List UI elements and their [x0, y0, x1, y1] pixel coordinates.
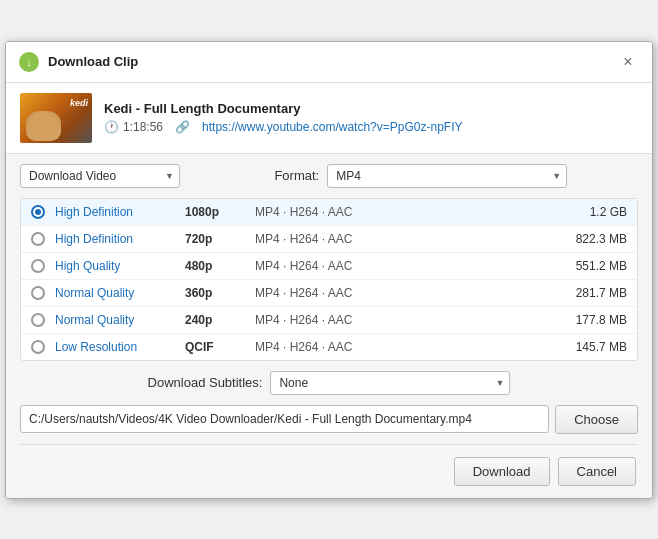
quality-row[interactable]: Normal Quality 360p MP4 · H264 · AAC 281…: [21, 280, 637, 307]
dialog-window: ↓ Download Clip × kedi Kedi - Full Lengt…: [5, 41, 653, 499]
quality-resolution: 360p: [185, 286, 245, 300]
radio-button: [31, 259, 45, 273]
format-label: Format:: [274, 168, 319, 183]
quality-resolution: QCIF: [185, 340, 245, 354]
quality-row[interactable]: Low Resolution QCIF MP4 · H264 · AAC 145…: [21, 334, 637, 360]
filepath-row: Choose: [20, 405, 638, 434]
quality-name: High Definition: [55, 205, 175, 219]
link-icon: 🔗: [175, 120, 190, 134]
action-row: Download Cancel: [20, 453, 638, 488]
cancel-button[interactable]: Cancel: [558, 457, 636, 486]
quality-name: Low Resolution: [55, 340, 175, 354]
video-info-panel: kedi Kedi - Full Length Documentary 🕐 1:…: [6, 83, 652, 154]
svg-text:↓: ↓: [26, 56, 32, 68]
quality-name: Normal Quality: [55, 313, 175, 327]
quality-name: Normal Quality: [55, 286, 175, 300]
video-title: Kedi - Full Length Documentary: [104, 101, 463, 116]
format-select[interactable]: MP4 MKV AVI MOV: [327, 164, 567, 188]
quality-row[interactable]: High Definition 720p MP4 · H264 · AAC 82…: [21, 226, 637, 253]
video-details: 🕐 1:18:56 🔗 https://www.youtube.com/watc…: [104, 120, 463, 134]
close-button[interactable]: ×: [616, 50, 640, 74]
format-container: Format: MP4 MKV AVI MOV: [274, 164, 638, 188]
quality-list: High Definition 1080p MP4 · H264 · AAC 1…: [20, 198, 638, 361]
filepath-input[interactable]: [20, 405, 549, 433]
subtitles-wrapper: None English Spanish French: [270, 371, 510, 395]
quality-codec: MP4 · H264 · AAC: [255, 232, 547, 246]
video-meta: Kedi - Full Length Documentary 🕐 1:18:56…: [104, 101, 463, 134]
quality-resolution: 240p: [185, 313, 245, 327]
clock-icon: 🕐: [104, 120, 119, 134]
radio-button: [31, 313, 45, 327]
download-type-wrapper: Download Video Download Audio Download S…: [20, 164, 180, 188]
quality-codec: MP4 · H264 · AAC: [255, 205, 547, 219]
download-type-container: Download Video Download Audio Download S…: [20, 164, 262, 188]
quality-row[interactable]: High Quality 480p MP4 · H264 · AAC 551.2…: [21, 253, 637, 280]
quality-name: High Definition: [55, 232, 175, 246]
quality-row[interactable]: Normal Quality 240p MP4 · H264 · AAC 177…: [21, 307, 637, 334]
quality-resolution: 480p: [185, 259, 245, 273]
video-url-link[interactable]: https://www.youtube.com/watch?v=PpG0z-np…: [202, 120, 462, 134]
quality-size: 1.2 GB: [557, 205, 627, 219]
controls-area: Download Video Download Audio Download S…: [6, 154, 652, 498]
subtitles-row: Download Subtitles: None English Spanish…: [20, 371, 638, 395]
divider: [20, 444, 638, 445]
radio-button: [31, 232, 45, 246]
quality-codec: MP4 · H264 · AAC: [255, 340, 547, 354]
subtitles-select[interactable]: None English Spanish French: [270, 371, 510, 395]
quality-codec: MP4 · H264 · AAC: [255, 286, 547, 300]
title-bar-left: ↓ Download Clip: [18, 51, 138, 73]
quality-name: High Quality: [55, 259, 175, 273]
radio-button: [31, 340, 45, 354]
video-thumbnail: kedi: [20, 93, 92, 143]
window-title: Download Clip: [48, 54, 138, 69]
quality-size: 145.7 MB: [557, 340, 627, 354]
quality-codec: MP4 · H264 · AAC: [255, 313, 547, 327]
quality-size: 822.3 MB: [557, 232, 627, 246]
title-bar: ↓ Download Clip ×: [6, 42, 652, 83]
quality-size: 177.8 MB: [557, 313, 627, 327]
radio-button: [31, 205, 45, 219]
video-duration: 🕐 1:18:56: [104, 120, 163, 134]
quality-resolution: 720p: [185, 232, 245, 246]
download-button[interactable]: Download: [454, 457, 550, 486]
app-icon: ↓: [18, 51, 40, 73]
quality-size: 281.7 MB: [557, 286, 627, 300]
quality-resolution: 1080p: [185, 205, 245, 219]
choose-button[interactable]: Choose: [555, 405, 638, 434]
download-type-select[interactable]: Download Video Download Audio Download S…: [20, 164, 180, 188]
quality-codec: MP4 · H264 · AAC: [255, 259, 547, 273]
quality-size: 551.2 MB: [557, 259, 627, 273]
subtitles-label: Download Subtitles:: [148, 375, 263, 390]
quality-row[interactable]: High Definition 1080p MP4 · H264 · AAC 1…: [21, 199, 637, 226]
format-wrapper: MP4 MKV AVI MOV: [327, 164, 567, 188]
format-row: Download Video Download Audio Download S…: [20, 164, 638, 188]
radio-button: [31, 286, 45, 300]
